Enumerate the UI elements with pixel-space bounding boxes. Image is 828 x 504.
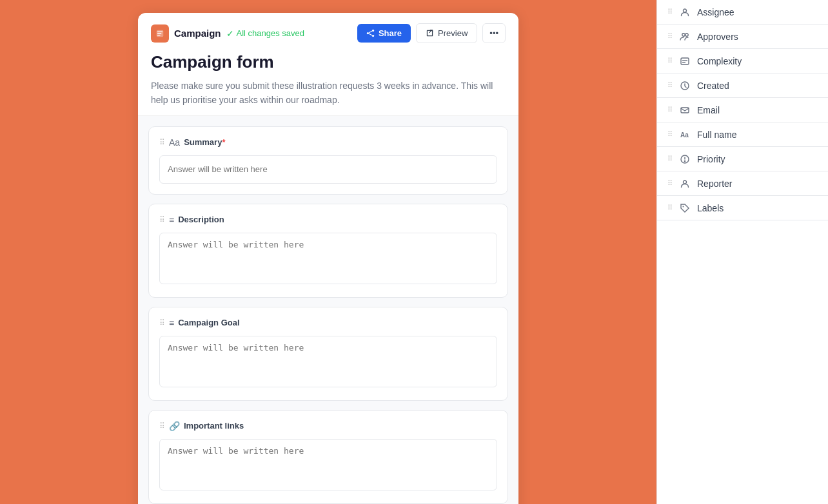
preview-button[interactable]: Preview (416, 23, 477, 43)
priority-icon (679, 154, 691, 164)
svg-point-1 (372, 30, 374, 32)
fullname-icon: Aa (679, 130, 691, 140)
more-button[interactable]: ••• (482, 23, 506, 43)
preview-label: Preview (438, 28, 468, 38)
svg-point-2 (367, 32, 369, 34)
sidebar-item-email[interactable]: ⠿ Email (657, 98, 828, 122)
priority-label: Priority (697, 154, 725, 164)
sidebar-item-approvers[interactable]: ⠿ Approvers (657, 24, 828, 49)
created-icon (679, 81, 691, 91)
sidebar-drag-priority: ⠿ (667, 155, 673, 163)
sidebar-item-priority[interactable]: ⠿ Priority (657, 147, 828, 171)
section-important-links: ⠿ 🔗 Important links (148, 410, 508, 504)
campaign-goal-type-icon: ≡ (169, 318, 174, 328)
drag-handle-important-links[interactable]: ⠿ (159, 422, 165, 431)
sidebar-drag-email: ⠿ (667, 106, 673, 114)
section-description: ⠿ ≡ Description (148, 204, 508, 298)
approvers-icon (679, 32, 691, 42)
svg-rect-13 (681, 108, 689, 113)
svg-rect-9 (681, 58, 689, 64)
sidebar-item-assignee[interactable]: ⠿ Assignee (657, 0, 828, 24)
svg-point-3 (372, 35, 374, 37)
email-icon (679, 105, 691, 115)
form-card: Campaign ✓ All changes saved (138, 13, 518, 504)
sidebar-item-created[interactable]: ⠿ Created (657, 73, 828, 98)
form-title-left: Campaign ✓ All changes saved (151, 24, 304, 43)
section-description-header: ⠿ ≡ Description (159, 215, 497, 225)
form-title-bar: Campaign ✓ All changes saved (151, 23, 506, 43)
svg-point-6 (684, 9, 687, 12)
sidebar-item-reporter[interactable]: ⠿ Reporter (657, 171, 828, 196)
created-label: Created (697, 81, 729, 91)
form-name-label: Campaign (174, 28, 221, 39)
approvers-label: Approvers (697, 32, 738, 42)
svg-point-18 (683, 206, 684, 207)
drag-handle-description[interactable]: ⠿ (159, 215, 165, 224)
campaign-goal-label: Campaign Goal (178, 318, 239, 327)
sidebar-drag-created: ⠿ (667, 81, 673, 90)
main-content: Campaign ✓ All changes saved (0, 0, 656, 504)
important-links-type-icon: 🔗 (169, 421, 180, 431)
saved-text: All changes saved (237, 28, 305, 38)
description-label: Description (178, 215, 224, 224)
main-area: Campaign ✓ All changes saved (0, 0, 656, 504)
full-name-label: Full name (697, 130, 736, 140)
svg-point-8 (685, 33, 688, 35)
drag-handle-campaign-goal[interactable]: ⠿ (159, 318, 165, 327)
svg-point-17 (684, 180, 687, 184)
complexity-icon (679, 56, 691, 66)
form-header: Campaign ✓ All changes saved (138, 13, 518, 116)
reporter-icon (679, 179, 691, 189)
campaign-goal-input[interactable] (159, 336, 497, 387)
form-actions: Share Preview ••• (357, 23, 506, 43)
description-input[interactable] (159, 233, 497, 284)
section-summary-header: ⠿ Aa Summary* (159, 137, 497, 148)
section-important-links-header: ⠿ 🔗 Important links (159, 421, 497, 431)
labels-icon (679, 203, 691, 213)
campaign-icon (151, 24, 169, 43)
svg-point-7 (682, 33, 685, 35)
svg-point-16 (684, 160, 685, 161)
saved-status: ✓ All changes saved (226, 28, 305, 39)
labels-label: Labels (697, 203, 724, 213)
sidebar-drag-approvers: ⠿ (667, 32, 673, 41)
complexity-label: Complexity (697, 56, 742, 66)
summary-type-icon: Aa (169, 137, 180, 148)
sidebar-drag-full-name: ⠿ (667, 130, 673, 139)
svg-line-4 (369, 31, 372, 32)
reporter-label: Reporter (697, 179, 732, 189)
sidebar-item-complexity[interactable]: ⠿ Complexity (657, 49, 828, 73)
email-label: Email (697, 105, 720, 115)
check-icon: ✓ (226, 28, 234, 39)
summary-label: Summary* (184, 137, 225, 147)
right-sidebar: ⠿ Assignee ⠿ Approvers ⠿ (656, 0, 828, 504)
share-label: Share (379, 28, 402, 38)
section-campaign-goal-header: ⠿ ≡ Campaign Goal (159, 318, 497, 328)
share-button[interactable]: Share (357, 24, 411, 43)
required-star: * (222, 137, 225, 147)
more-label: ••• (489, 28, 498, 38)
sidebar-drag-complexity: ⠿ (667, 57, 673, 65)
form-body: ⠿ Aa Summary* ⠿ ≡ Description (138, 116, 518, 504)
section-summary: ⠿ Aa Summary* (148, 126, 508, 195)
sidebar-drag-labels: ⠿ (667, 204, 673, 212)
svg-line-5 (369, 34, 372, 35)
assignee-label: Assignee (697, 7, 734, 17)
svg-text:Aa: Aa (680, 131, 689, 139)
important-links-input[interactable] (159, 439, 497, 490)
drag-handle-summary[interactable]: ⠿ (159, 138, 165, 147)
sidebar-drag-assignee: ⠿ (667, 8, 673, 16)
assignee-icon (679, 7, 691, 17)
sidebar-drag-reporter: ⠿ (667, 179, 673, 188)
summary-input[interactable] (159, 155, 497, 184)
important-links-label: Important links (184, 421, 244, 431)
form-main-title: Campaign form (151, 52, 506, 72)
sidebar-item-labels[interactable]: ⠿ Labels (657, 196, 828, 220)
sidebar-item-full-name[interactable]: ⠿ Aa Full name (657, 122, 828, 147)
form-description-text: Please make sure you submit these illust… (151, 79, 506, 108)
section-campaign-goal: ⠿ ≡ Campaign Goal (148, 307, 508, 401)
description-type-icon: ≡ (169, 215, 174, 225)
